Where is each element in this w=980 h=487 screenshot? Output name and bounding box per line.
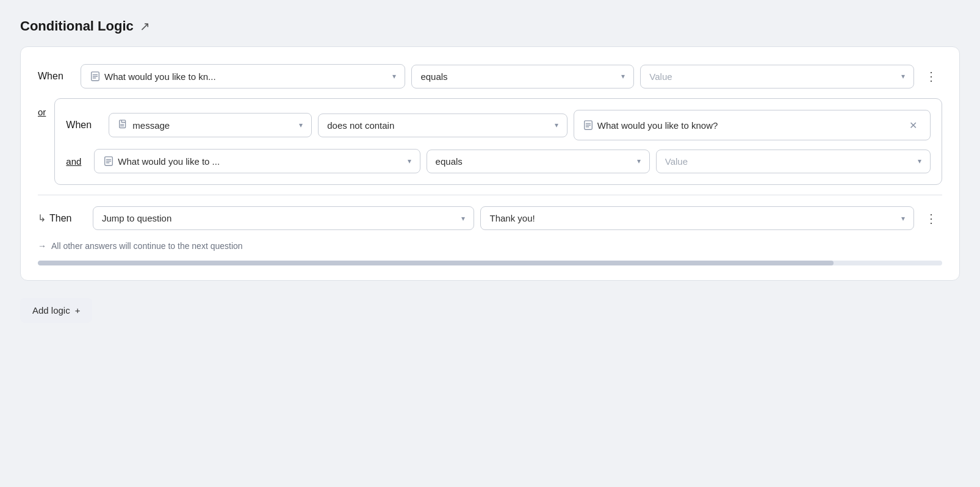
when-label-2: When (66, 120, 103, 131)
field-dropdown-3[interactable]: What would you like to ... ▾ (94, 149, 420, 173)
action-dropdown-text: Jump to question (102, 213, 458, 223)
target-dropdown[interactable]: Thank you! ▾ (480, 206, 914, 230)
chevron-down-icon-9: ▾ (461, 214, 465, 223)
field-dropdown-1[interactable]: What would you like to kn... ▾ (81, 64, 405, 88)
expand-icon[interactable]: ↗ (140, 19, 150, 34)
chevron-down-icon-1: ▾ (392, 72, 396, 81)
scroll-bar-container[interactable] (38, 261, 942, 265)
value-dropdown-2-text: What would you like to know? (597, 120, 901, 131)
chevron-down-icon-4: ▾ (299, 121, 303, 129)
chevron-down-icon-3: ▾ (901, 72, 905, 81)
or-inner-row-1: When message ▾ (66, 110, 931, 140)
or-block: or When (38, 98, 942, 185)
value-dropdown-1-text: Value (649, 71, 898, 82)
separator (38, 195, 942, 195)
or-inner-row-2: and What would you like to ... ▾ (66, 149, 931, 173)
page-title-row: Conditional Logic ↗ (20, 18, 960, 34)
svg-rect-4 (120, 120, 126, 128)
add-logic-button[interactable]: Add logic + (20, 298, 92, 323)
more-options-button-2[interactable]: ⋮ (920, 207, 942, 229)
condition-dropdown-3[interactable]: equals ▾ (427, 150, 650, 173)
chevron-down-icon-10: ▾ (901, 214, 905, 223)
value-dropdown-3[interactable]: Value ▾ (656, 150, 931, 173)
field-dropdown-3-text: What would you like to ... (118, 156, 403, 167)
more-options-button-1[interactable]: ⋮ (920, 65, 942, 87)
or-inner-card: When message ▾ (54, 98, 942, 185)
chevron-down-icon-5: ▾ (555, 121, 558, 129)
then-row: ↳ Then Jump to question ▾ Thank you! ▾ ⋮ (38, 206, 942, 230)
page-title: Conditional Logic (20, 18, 134, 34)
chevron-down-icon-8: ▾ (918, 157, 921, 165)
add-logic-label: Add logic (32, 305, 70, 316)
action-dropdown[interactable]: Jump to question ▾ (93, 206, 474, 230)
then-label-text: Then (49, 213, 71, 224)
when-label-1: When (38, 71, 74, 82)
condition-dropdown-1[interactable]: equals ▾ (411, 65, 634, 88)
all-other-text: All other answers will continue to the n… (51, 241, 243, 251)
condition-dropdown-3-text: equals (436, 156, 633, 167)
all-other-row: → All other answers will continue to the… (38, 241, 942, 251)
field-dropdown-2[interactable]: message ▾ (109, 113, 312, 137)
clear-value-button-1[interactable]: ✕ (904, 117, 921, 134)
or-label-col: or (38, 98, 48, 118)
doc-icon-3 (583, 120, 594, 131)
then-label: ↳ Then (38, 212, 87, 224)
all-other-arrow-icon: → (38, 241, 46, 251)
or-label: or (38, 107, 46, 117)
then-arrow-icon: ↳ (38, 212, 46, 224)
doc-icon-1 (90, 71, 101, 82)
doc-icon-4 (103, 156, 114, 167)
chevron-down-icon-2: ▾ (621, 72, 625, 81)
value-dropdown-2[interactable]: What would you like to know? ✕ (574, 110, 931, 140)
condition-dropdown-2[interactable]: does not contain ▾ (318, 114, 567, 137)
field-dropdown-2-text: message (132, 120, 295, 131)
logic-card: When What would you like to kn... ▾ equa… (20, 46, 960, 281)
doc-icon-2 (118, 120, 129, 131)
condition-dropdown-1-text: equals (420, 71, 618, 82)
add-logic-plus-icon: + (75, 305, 81, 316)
value-dropdown-1[interactable]: Value ▾ (640, 65, 914, 88)
condition-dropdown-2-text: does not contain (327, 120, 551, 131)
condition-row-1: When What would you like to kn... ▾ equa… (38, 64, 942, 88)
and-label: and (66, 156, 88, 167)
value-dropdown-3-text: Value (665, 156, 914, 167)
chevron-down-icon-7: ▾ (637, 157, 641, 165)
target-dropdown-text: Thank you! (489, 213, 898, 223)
scroll-bar-thumb (38, 261, 834, 265)
chevron-down-icon-6: ▾ (408, 157, 411, 165)
conditional-logic-container: Conditional Logic ↗ When What would you … (20, 18, 960, 323)
field-dropdown-1-text: What would you like to kn... (104, 71, 389, 82)
